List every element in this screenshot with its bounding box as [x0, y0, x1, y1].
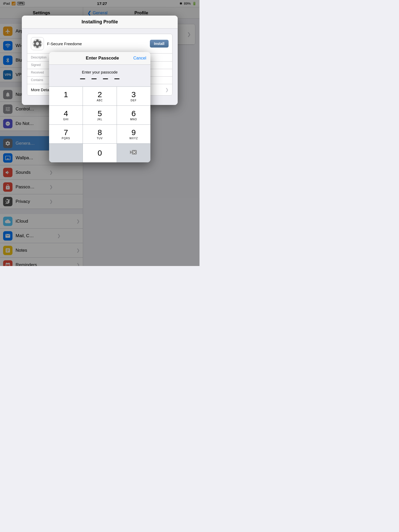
numpad-num-1: 1 [64, 91, 68, 98]
passcode-dots [54, 78, 145, 79]
passcode-entry-area: Enter your passcode [49, 65, 150, 87]
numpad-key-4[interactable]: 4 GHI [49, 106, 83, 124]
numpad-key-7[interactable]: 7 PQRS [49, 125, 83, 143]
numpad-letters-2: ABC [97, 99, 103, 102]
numpad-num-5: 5 [98, 110, 102, 117]
passcode-dot-1 [80, 78, 85, 79]
numpad-key-1[interactable]: 1 [49, 87, 83, 105]
passcode-overlay: Enter Passcode Cancel Enter your passcod… [0, 0, 200, 266]
numpad-row-1: 1 2 ABC 3 DEF [49, 87, 150, 105]
numpad-num-8: 8 [98, 129, 102, 136]
numpad-delete-key[interactable] [117, 144, 150, 162]
numpad-letters-7: PQRS [62, 137, 70, 140]
numpad-num-2: 2 [98, 91, 102, 98]
numpad-letters-3: DEF [131, 99, 137, 102]
passcode-title: Enter Passcode [71, 56, 133, 61]
numpad-letters-4: GHI [63, 118, 69, 121]
passcode-dot-3 [103, 78, 108, 79]
numpad: 1 2 ABC 3 DEF 4 GHI 5 [49, 87, 150, 162]
delete-icon [130, 150, 137, 156]
numpad-letters-9: WXYZ [129, 137, 138, 140]
numpad-key-9[interactable]: 9 WXYZ [117, 125, 150, 143]
numpad-letters-8: TUV [97, 137, 103, 140]
numpad-key-6[interactable]: 6 MNO [117, 106, 150, 124]
passcode-cancel-button[interactable]: Cancel [133, 56, 146, 61]
numpad-letters-5: JKL [97, 118, 102, 121]
numpad-row-2: 4 GHI 5 JKL 6 MNO [49, 105, 150, 124]
passcode-prompt: Enter your passcode [54, 70, 145, 74]
numpad-row-4: 0 [49, 143, 150, 162]
numpad-letters-1 [65, 99, 66, 102]
numpad-key-3[interactable]: 3 DEF [117, 87, 150, 105]
numpad-num-9: 9 [131, 129, 136, 136]
numpad-num-7: 7 [64, 129, 68, 136]
numpad-row-3: 7 PQRS 8 TUV 9 WXYZ [49, 124, 150, 143]
numpad-num-0: 0 [98, 149, 102, 157]
numpad-num-6: 6 [131, 110, 136, 117]
passcode-header: Enter Passcode Cancel [49, 52, 150, 65]
passcode-dialog: Enter Passcode Cancel Enter your passcod… [49, 52, 150, 162]
numpad-key-8[interactable]: 8 TUV [83, 125, 117, 143]
passcode-dot-4 [114, 78, 119, 79]
svg-marker-3 [130, 150, 132, 154]
numpad-key-0[interactable]: 0 [83, 144, 117, 162]
numpad-num-4: 4 [64, 110, 68, 117]
numpad-letters-6: MNO [130, 118, 137, 121]
numpad-key-empty [49, 144, 83, 162]
numpad-key-2[interactable]: 2 ABC [83, 87, 117, 105]
passcode-dot-2 [91, 78, 97, 79]
backspace-icon [130, 150, 137, 155]
numpad-num-3: 3 [131, 91, 136, 98]
numpad-key-5[interactable]: 5 JKL [83, 106, 117, 124]
